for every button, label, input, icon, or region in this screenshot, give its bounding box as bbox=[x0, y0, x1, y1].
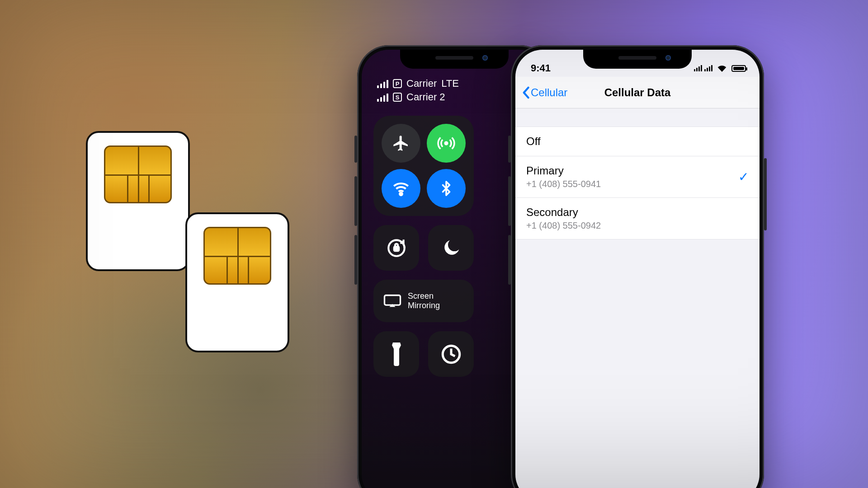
wifi-icon bbox=[717, 65, 727, 72]
airplane-mode-toggle[interactable] bbox=[382, 124, 420, 163]
row-primary-label: Primary bbox=[526, 164, 601, 177]
row-secondary-label: Secondary bbox=[526, 206, 601, 219]
signal-bars-icon bbox=[377, 79, 388, 88]
timer-button[interactable] bbox=[428, 331, 474, 377]
signal-bars-icon bbox=[377, 93, 388, 102]
svg-rect-3 bbox=[394, 246, 398, 250]
svg-rect-4 bbox=[385, 296, 401, 305]
dual-signal-icon bbox=[694, 65, 712, 71]
svg-point-1 bbox=[400, 192, 402, 195]
row-primary-number: +1 (408) 555-0941 bbox=[526, 179, 601, 189]
network-type-label: LTE bbox=[441, 78, 459, 89]
nav-bar: Cellular Cellular Data bbox=[515, 77, 760, 108]
row-off-label: Off bbox=[526, 135, 541, 148]
sim-secondary-badge: S bbox=[393, 93, 402, 102]
connectivity-tile[interactable] bbox=[373, 116, 474, 216]
checkmark-icon: ✓ bbox=[738, 169, 749, 184]
row-primary[interactable]: Primary +1 (408) 555-0941 ✓ bbox=[515, 156, 760, 198]
row-secondary-number: +1 (408) 555-0942 bbox=[526, 221, 601, 231]
carrier-2-label: Carrier 2 bbox=[406, 91, 445, 103]
rotation-lock-toggle[interactable] bbox=[373, 225, 419, 271]
svg-point-0 bbox=[445, 142, 448, 145]
back-label: Cellular bbox=[531, 86, 567, 99]
row-secondary[interactable]: Secondary +1 (408) 555-0942 bbox=[515, 198, 760, 239]
battery-icon bbox=[731, 65, 746, 72]
back-button[interactable]: Cellular bbox=[515, 86, 567, 99]
settings-screen: 9:41 Cellular bbox=[515, 50, 760, 488]
bluetooth-toggle[interactable] bbox=[427, 169, 466, 208]
sim-primary-badge: P bbox=[393, 79, 402, 88]
cellular-data-toggle[interactable] bbox=[427, 124, 466, 163]
cellular-data-list: Off Primary +1 (408) 555-0941 ✓ Secondar… bbox=[515, 127, 760, 239]
screen-mirroring-label: Screen Mirroring bbox=[408, 291, 440, 310]
screen-mirroring-button[interactable]: Screen Mirroring bbox=[373, 280, 474, 322]
device-notch bbox=[400, 50, 509, 69]
hero-stage: P Carrier LTE S Carrier 2 bbox=[0, 0, 868, 488]
row-off[interactable]: Off bbox=[515, 127, 760, 156]
wifi-toggle[interactable] bbox=[382, 169, 420, 208]
hero-layer: P Carrier LTE S Carrier 2 bbox=[0, 0, 868, 488]
carrier-1-label: Carrier bbox=[406, 78, 437, 89]
do-not-disturb-toggle[interactable] bbox=[428, 225, 474, 271]
flashlight-button[interactable] bbox=[373, 331, 419, 377]
clock-label: 9:41 bbox=[531, 62, 551, 74]
device-notch bbox=[583, 50, 692, 69]
sim-card-icon bbox=[185, 212, 289, 352]
sim-card-icon bbox=[86, 131, 190, 271]
phone-settings: 9:41 Cellular bbox=[511, 45, 764, 488]
